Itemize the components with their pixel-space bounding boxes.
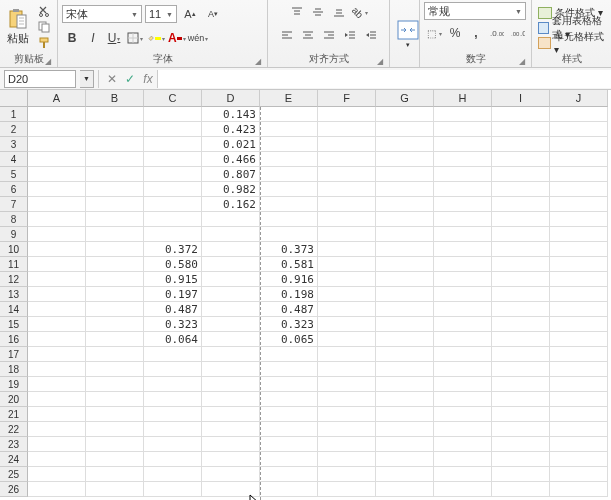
cell-A14[interactable]	[28, 302, 86, 317]
cell-A15[interactable]	[28, 317, 86, 332]
align-left-button[interactable]	[277, 25, 297, 45]
cell-F15[interactable]	[318, 317, 376, 332]
cell-D5[interactable]: 0.807	[202, 167, 260, 182]
cell-G8[interactable]	[376, 212, 434, 227]
cell-C16[interactable]: 0.064	[144, 332, 202, 347]
cell-D20[interactable]	[202, 392, 260, 407]
row-header-20[interactable]: 20	[0, 392, 28, 407]
cell-G3[interactable]	[376, 137, 434, 152]
cell-F6[interactable]	[318, 182, 376, 197]
cell-J3[interactable]	[550, 137, 608, 152]
row-header-19[interactable]: 19	[0, 377, 28, 392]
align-top-button[interactable]	[287, 2, 307, 22]
cell-A16[interactable]	[28, 332, 86, 347]
cell-C19[interactable]	[144, 377, 202, 392]
cell-G19[interactable]	[376, 377, 434, 392]
cell-B14[interactable]	[86, 302, 144, 317]
cell-F13[interactable]	[318, 287, 376, 302]
alignment-dialog-launcher[interactable]: ◢	[377, 57, 383, 66]
cell-D6[interactable]: 0.982	[202, 182, 260, 197]
row-header-17[interactable]: 17	[0, 347, 28, 362]
cell-A18[interactable]	[28, 362, 86, 377]
cell-E15[interactable]: 0.323	[260, 317, 318, 332]
cell-styles-button[interactable]: 单元格样式 ▾	[536, 35, 607, 50]
cell-E19[interactable]	[260, 377, 318, 392]
cut-button[interactable]	[35, 4, 53, 18]
cell-E21[interactable]	[260, 407, 318, 422]
align-bottom-button[interactable]	[329, 2, 349, 22]
cell-B7[interactable]	[86, 197, 144, 212]
cell-J6[interactable]	[550, 182, 608, 197]
cell-F8[interactable]	[318, 212, 376, 227]
cell-D14[interactable]	[202, 302, 260, 317]
cell-B8[interactable]	[86, 212, 144, 227]
cell-H25[interactable]	[434, 467, 492, 482]
cell-G5[interactable]	[376, 167, 434, 182]
cell-E9[interactable]	[260, 227, 318, 242]
cell-H6[interactable]	[434, 182, 492, 197]
cell-I1[interactable]	[492, 107, 550, 122]
cell-D19[interactable]	[202, 377, 260, 392]
fill-color-button[interactable]: ▾	[146, 28, 166, 48]
cell-I23[interactable]	[492, 437, 550, 452]
cell-A5[interactable]	[28, 167, 86, 182]
name-box[interactable]: D20	[4, 70, 76, 88]
cell-G25[interactable]	[376, 467, 434, 482]
accounting-format-button[interactable]: ⬚▾	[424, 23, 444, 43]
cell-I17[interactable]	[492, 347, 550, 362]
cell-D17[interactable]	[202, 347, 260, 362]
cell-B15[interactable]	[86, 317, 144, 332]
cell-F18[interactable]	[318, 362, 376, 377]
cell-J15[interactable]	[550, 317, 608, 332]
cell-G6[interactable]	[376, 182, 434, 197]
row-header-14[interactable]: 14	[0, 302, 28, 317]
cell-I9[interactable]	[492, 227, 550, 242]
row-header-15[interactable]: 15	[0, 317, 28, 332]
cell-B25[interactable]	[86, 467, 144, 482]
format-painter-button[interactable]	[35, 36, 53, 50]
cell-C10[interactable]: 0.372	[144, 242, 202, 257]
cell-C18[interactable]	[144, 362, 202, 377]
cell-I24[interactable]	[492, 452, 550, 467]
cell-D10[interactable]	[202, 242, 260, 257]
cell-I6[interactable]	[492, 182, 550, 197]
cell-D4[interactable]: 0.466	[202, 152, 260, 167]
cell-F14[interactable]	[318, 302, 376, 317]
cell-C15[interactable]: 0.323	[144, 317, 202, 332]
cell-F25[interactable]	[318, 467, 376, 482]
cell-F10[interactable]	[318, 242, 376, 257]
cell-D23[interactable]	[202, 437, 260, 452]
bold-button[interactable]: B	[62, 28, 82, 48]
cell-D15[interactable]	[202, 317, 260, 332]
cell-I18[interactable]	[492, 362, 550, 377]
cell-H15[interactable]	[434, 317, 492, 332]
cell-G17[interactable]	[376, 347, 434, 362]
column-header-B[interactable]: B	[86, 90, 144, 107]
cell-E14[interactable]: 0.487	[260, 302, 318, 317]
cell-A21[interactable]	[28, 407, 86, 422]
cell-G22[interactable]	[376, 422, 434, 437]
cell-B21[interactable]	[86, 407, 144, 422]
cell-J7[interactable]	[550, 197, 608, 212]
cancel-formula-button[interactable]: ✕	[103, 70, 121, 88]
row-header-1[interactable]: 1	[0, 107, 28, 122]
column-header-E[interactable]: E	[260, 90, 318, 107]
cell-G9[interactable]	[376, 227, 434, 242]
font-dialog-launcher[interactable]: ◢	[255, 57, 261, 66]
cell-B1[interactable]	[86, 107, 144, 122]
cell-A12[interactable]	[28, 272, 86, 287]
cell-F21[interactable]	[318, 407, 376, 422]
cell-G15[interactable]	[376, 317, 434, 332]
cell-C11[interactable]: 0.580	[144, 257, 202, 272]
cell-E11[interactable]: 0.581	[260, 257, 318, 272]
cell-J16[interactable]	[550, 332, 608, 347]
cell-I2[interactable]	[492, 122, 550, 137]
cell-J18[interactable]	[550, 362, 608, 377]
cell-B23[interactable]	[86, 437, 144, 452]
row-header-24[interactable]: 24	[0, 452, 28, 467]
cell-J5[interactable]	[550, 167, 608, 182]
cell-D25[interactable]	[202, 467, 260, 482]
cell-C25[interactable]	[144, 467, 202, 482]
increase-decimal-button[interactable]: .0.00	[487, 23, 507, 43]
cell-C13[interactable]: 0.197	[144, 287, 202, 302]
